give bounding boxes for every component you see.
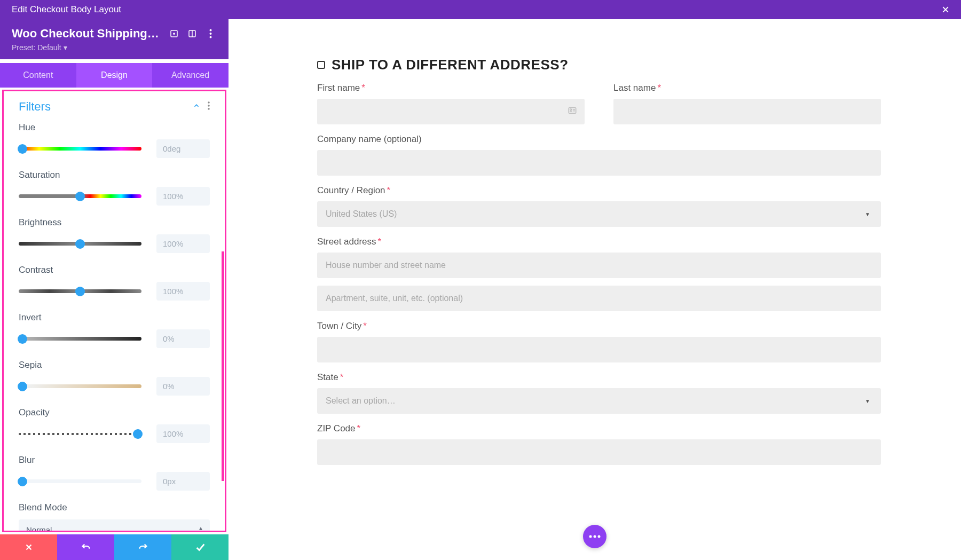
control-hue: Hue 0deg xyxy=(19,122,210,158)
select-arrows-icon: ▴▾ xyxy=(199,526,202,532)
save-button[interactable] xyxy=(171,534,229,560)
control-brightness: Brightness 100% xyxy=(19,217,210,253)
select-country[interactable]: United States (US) ▼ xyxy=(317,201,881,227)
input-last-name[interactable] xyxy=(613,99,881,124)
slider-sepia[interactable] xyxy=(19,384,141,388)
slider-contrast[interactable] xyxy=(19,289,141,293)
slider-blur[interactable] xyxy=(19,479,141,483)
control-blur: Blur 0px xyxy=(19,455,210,491)
label-company: Company name (optional) xyxy=(317,134,881,145)
chevron-down-icon: ▼ xyxy=(865,398,870,404)
section-kebab-icon[interactable] xyxy=(208,101,210,112)
svg-point-19 xyxy=(598,535,601,538)
input-first-name[interactable] xyxy=(317,99,585,124)
ship-different-checkbox[interactable] xyxy=(317,61,325,69)
value-saturation[interactable]: 100% xyxy=(156,187,210,206)
close-icon[interactable]: × xyxy=(942,2,949,17)
kebab-icon[interactable] xyxy=(205,28,216,39)
collapse-icon[interactable] xyxy=(193,102,200,112)
scrollbar-indicator[interactable] xyxy=(222,251,224,481)
expand-icon[interactable] xyxy=(169,28,179,39)
section-title-filters[interactable]: Filters xyxy=(19,100,51,114)
control-invert: Invert 0% xyxy=(19,312,210,348)
svg-point-7 xyxy=(208,101,210,104)
undo-button[interactable] xyxy=(57,534,114,560)
blend-mode-select[interactable]: Normal ▴▾ xyxy=(19,519,210,532)
layout-title: Edit Checkout Body Layout xyxy=(12,4,121,15)
input-city[interactable] xyxy=(317,337,881,362)
slider-saturation[interactable] xyxy=(19,194,141,198)
slider-thumb[interactable] xyxy=(75,239,85,249)
label-city: Town / City* xyxy=(317,321,881,332)
tab-advanced[interactable]: Advanced xyxy=(152,63,229,88)
value-blur[interactable]: 0px xyxy=(156,472,210,491)
value-invert[interactable]: 0% xyxy=(156,329,210,348)
label-last-name: Last name* xyxy=(613,83,881,93)
svg-point-4 xyxy=(209,29,211,31)
settings-tabs: Content Design Advanced xyxy=(0,63,229,88)
input-street-1[interactable]: House number and street name xyxy=(317,253,881,278)
control-blend-mode: Blend Mode Normal ▴▾ xyxy=(19,502,210,532)
chevron-down-icon: ▾ xyxy=(64,43,67,52)
svg-point-6 xyxy=(209,36,211,38)
control-saturation: Saturation 100% xyxy=(19,170,210,206)
control-sepia: Sepia 0% xyxy=(19,360,210,396)
panel-footer xyxy=(0,534,229,560)
svg-point-17 xyxy=(589,535,592,538)
value-contrast[interactable]: 100% xyxy=(156,282,210,301)
redo-button[interactable] xyxy=(114,534,171,560)
value-brightness[interactable]: 100% xyxy=(156,234,210,253)
slider-brightness[interactable] xyxy=(19,242,141,246)
slider-invert[interactable] xyxy=(19,337,141,341)
autofill-icon xyxy=(568,106,577,117)
input-company[interactable] xyxy=(317,150,881,176)
slider-thumb[interactable] xyxy=(133,429,143,439)
svg-point-18 xyxy=(594,535,596,538)
slider-thumb[interactable] xyxy=(75,287,85,296)
preset-selector[interactable]: Preset: Default ▾ xyxy=(12,43,217,52)
slider-thumb[interactable] xyxy=(18,334,27,344)
input-street-2[interactable]: Apartment, suite, unit, etc. (optional) xyxy=(317,286,881,311)
value-opacity[interactable]: 100% xyxy=(156,424,210,443)
svg-point-13 xyxy=(570,109,572,111)
settings-panel: Woo Checkout Shipping Set... Preset: Def… xyxy=(0,0,229,560)
panel-toggle-icon[interactable] xyxy=(187,28,198,39)
svg-point-5 xyxy=(209,33,211,35)
value-sepia[interactable]: 0% xyxy=(156,377,210,396)
module-name: Woo Checkout Shipping Set... xyxy=(12,27,161,41)
preview-canvas: Ship to a different address? First name* xyxy=(229,19,961,560)
label-state: State* xyxy=(317,372,881,383)
fab-more-button[interactable] xyxy=(583,525,606,548)
layout-title-bar: Edit Checkout Body Layout × xyxy=(0,0,961,19)
ship-heading: Ship to a different address? xyxy=(332,57,569,73)
value-hue[interactable]: 0deg xyxy=(156,139,210,158)
label-street: Street address* xyxy=(317,236,881,247)
slider-thumb[interactable] xyxy=(75,192,85,201)
input-zip[interactable] xyxy=(317,439,881,465)
cancel-button[interactable] xyxy=(0,534,57,560)
label-first-name: First name* xyxy=(317,83,585,93)
label-zip: ZIP Code* xyxy=(317,423,881,434)
svg-point-1 xyxy=(174,33,175,34)
slider-thumb[interactable] xyxy=(18,144,27,154)
tab-content[interactable]: Content xyxy=(0,63,76,88)
select-state[interactable]: Select an option… ▼ xyxy=(317,388,881,414)
svg-point-9 xyxy=(208,108,210,110)
settings-body: Filters Hue 0deg xyxy=(2,90,226,532)
slider-opacity[interactable] xyxy=(19,433,141,435)
control-opacity: Opacity 100% xyxy=(19,407,210,443)
module-header: Woo Checkout Shipping Set... Preset: Def… xyxy=(0,19,229,59)
label-country: Country / Region* xyxy=(317,185,881,196)
tab-design[interactable]: Design xyxy=(76,63,153,88)
control-contrast: Contrast 100% xyxy=(19,265,210,301)
slider-thumb[interactable] xyxy=(18,382,27,391)
slider-thumb[interactable] xyxy=(18,477,27,486)
svg-point-8 xyxy=(208,105,210,107)
chevron-down-icon: ▼ xyxy=(865,211,870,217)
slider-hue[interactable] xyxy=(19,147,141,151)
